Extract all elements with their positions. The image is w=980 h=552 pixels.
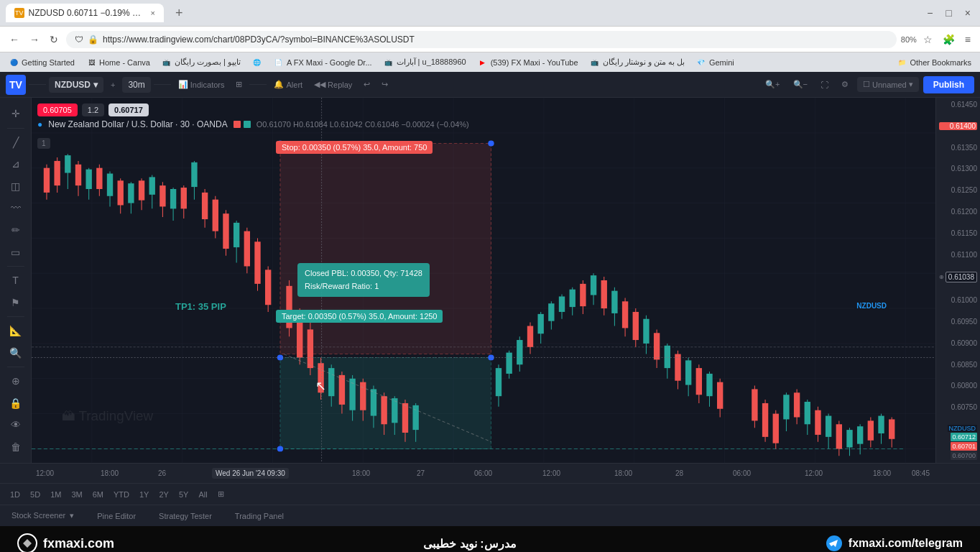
replay-button[interactable]: ◀◀ Replay bbox=[310, 77, 356, 92]
bull-candle-icon bbox=[244, 121, 251, 128]
measure-tool[interactable]: 📐 bbox=[4, 321, 27, 341]
bottom-banner: fxmaxi.com مدرس: نوید خطیبی fxmaxi.com/t… bbox=[0, 526, 980, 552]
current-price-badge: 0.61038 bbox=[946, 272, 977, 282]
delete-tool[interactable]: 🗑 bbox=[4, 436, 27, 457]
close-window-btn[interactable]: × bbox=[961, 5, 974, 21]
svg-rect-63 bbox=[244, 231, 250, 267]
period-2y[interactable]: 2Y bbox=[154, 488, 172, 501]
gann-tool[interactable]: ◫ bbox=[4, 176, 27, 197]
trend-line-tool[interactable]: ╱ bbox=[4, 132, 27, 152]
publish-button[interactable]: Publish bbox=[923, 76, 974, 93]
svg-rect-29 bbox=[65, 155, 70, 172]
tab-stock-screener[interactable]: Stock Screener ▾ bbox=[6, 509, 80, 523]
telegram-icon bbox=[826, 535, 843, 552]
grid-icon: ⊞ bbox=[236, 80, 242, 89]
url-box[interactable]: 🛡 🔒 https://www.tradingview.com/chart/08… bbox=[66, 31, 897, 48]
refresh-button[interactable]: ↻ bbox=[46, 32, 62, 47]
svg-text:🏔 TradingView: 🏔 TradingView bbox=[62, 409, 154, 423]
clock-display: 08:45 bbox=[912, 469, 930, 477]
bookmark-icon-gemini: 💎 bbox=[696, 58, 706, 68]
fib-tool[interactable]: ⊿ bbox=[4, 154, 27, 175]
tab-trading-panel[interactable]: Trading Panel bbox=[229, 510, 290, 523]
bookmark-aparat[interactable]: 📺 آبارات | u_18888960 bbox=[381, 56, 469, 69]
zoom-chart-tool[interactable]: 🔍 bbox=[4, 342, 27, 363]
bookmark-other[interactable]: 📁 Other Bookmarks bbox=[894, 56, 974, 69]
period-1y[interactable]: 1Y bbox=[135, 488, 153, 501]
price-display: 0.60705 1.2 0.60717 bbox=[37, 104, 149, 116]
indicators-button[interactable]: 📊 Indicators bbox=[174, 77, 229, 92]
svg-rect-159 bbox=[857, 426, 863, 443]
flag-tool[interactable]: ⚑ bbox=[4, 292, 27, 313]
unnamed-selector[interactable]: ☐ Unnamed ▾ bbox=[857, 77, 919, 92]
period-5y[interactable]: 5Y bbox=[175, 488, 193, 501]
bookmark-gemini[interactable]: 💎 Gemini bbox=[693, 56, 737, 69]
lock-tool[interactable]: 🔒 bbox=[4, 392, 27, 413]
new-tab-button[interactable]: + bbox=[170, 3, 189, 24]
bookmark-text[interactable]: 📺 بل به متن و نوشتار رایگان bbox=[587, 56, 688, 69]
bookmark-canva[interactable]: 🖼 Home - Canva bbox=[83, 56, 153, 69]
alert-button[interactable]: 🔔 Alert bbox=[269, 77, 307, 92]
period-1d[interactable]: 1D bbox=[6, 488, 24, 501]
settings-btn[interactable]: ⚙ bbox=[837, 77, 853, 92]
price-badge-red: 0.60705 bbox=[37, 104, 78, 116]
period-1m[interactable]: 1M bbox=[46, 488, 65, 501]
wave-tool[interactable]: 〰 bbox=[4, 198, 27, 218]
price-tick-12: 0.60850 bbox=[939, 361, 977, 369]
redo-button[interactable]: ↪ bbox=[377, 77, 392, 92]
svg-point-168 bbox=[488, 141, 494, 147]
svg-rect-65 bbox=[254, 242, 260, 284]
indicators-icon: 📊 bbox=[178, 80, 188, 89]
minimize-btn[interactable]: − bbox=[923, 5, 936, 21]
annotation-tool[interactable]: T bbox=[4, 270, 27, 291]
add-symbol-button[interactable]: + bbox=[106, 78, 119, 92]
symbol-selector[interactable]: NZDUSD ▾ bbox=[49, 77, 103, 93]
more-tools-button[interactable]: ⊞ bbox=[231, 77, 246, 92]
back-button[interactable]: ← bbox=[6, 32, 23, 47]
svg-rect-39 bbox=[118, 180, 124, 205]
bookmark-label-gemini: Gemini bbox=[709, 58, 734, 67]
pen-tool[interactable]: ✏ bbox=[4, 220, 27, 241]
bookmark-star-btn[interactable]: ☆ bbox=[920, 32, 936, 47]
zoom-out-btn[interactable]: 🔍− bbox=[789, 77, 812, 92]
svg-rect-121 bbox=[633, 312, 639, 340]
period-5d[interactable]: 5D bbox=[26, 488, 45, 501]
bookmark-globe[interactable]: 🌐 bbox=[249, 56, 265, 69]
svg-rect-87 bbox=[381, 396, 387, 424]
price-tick-5: 0.61250 bbox=[939, 186, 977, 194]
tab-pine-editor[interactable]: Pine Editor bbox=[91, 510, 142, 523]
zoom-in-btn[interactable]: 🔍+ bbox=[761, 77, 784, 92]
shape-tool[interactable]: ▭ bbox=[4, 242, 27, 262]
tab-strategy-tester[interactable]: Strategy Tester bbox=[153, 510, 218, 523]
url-text: https://www.tradingview.com/chart/08PD3y… bbox=[103, 34, 415, 45]
checkbox-icon: ☐ bbox=[863, 80, 870, 89]
active-tab[interactable]: TV NZDUSD 0.60711 −0.19% Uni... × bbox=[6, 4, 164, 22]
fullscreen-btn[interactable]: ⛶ bbox=[816, 78, 833, 92]
time-label-1800c: 18:00 bbox=[614, 469, 632, 477]
timeframe-selector[interactable]: 30m bbox=[122, 77, 150, 93]
period-ytd[interactable]: YTD bbox=[109, 488, 134, 501]
bookmark-gdrive[interactable]: 📄 A FX Maxi - Google Dr... bbox=[271, 56, 375, 69]
hide-tool[interactable]: 👁 bbox=[4, 415, 27, 436]
svg-rect-61 bbox=[234, 223, 239, 247]
compare-btn[interactable]: ⊞ bbox=[213, 487, 228, 501]
close-tab-btn[interactable]: × bbox=[151, 9, 155, 17]
bookmark-label-canva: Home - Canva bbox=[99, 58, 150, 67]
period-6m[interactable]: 6M bbox=[88, 488, 108, 501]
extension-btn[interactable]: 🧩 bbox=[939, 32, 958, 47]
bookmark-getting-started[interactable]: 🔵 Getting Started bbox=[6, 56, 78, 69]
tp-label: TP1: 35 PIP bbox=[175, 301, 226, 312]
svg-rect-43 bbox=[139, 180, 144, 200]
period-all[interactable]: All bbox=[194, 488, 211, 501]
vol-number: 1 bbox=[37, 138, 50, 149]
forward-button[interactable]: → bbox=[26, 32, 43, 47]
magnet-tool[interactable]: ⊕ bbox=[4, 371, 27, 392]
bookmark-youtube[interactable]: ▶ (539) FX Maxi - YouTube bbox=[475, 56, 581, 69]
maximize-btn[interactable]: □ bbox=[942, 5, 955, 21]
svg-rect-35 bbox=[96, 168, 102, 189]
menu-btn[interactable]: ≡ bbox=[961, 32, 974, 47]
bookmark-typo[interactable]: 📺 تایپو | بصورت رایگان bbox=[159, 56, 244, 69]
period-3m[interactable]: 3M bbox=[67, 488, 86, 501]
price-tick-1: 0.61450 bbox=[939, 101, 977, 109]
undo-button[interactable]: ↩ bbox=[359, 77, 374, 92]
crosshair-tool[interactable]: ✛ bbox=[4, 104, 27, 124]
